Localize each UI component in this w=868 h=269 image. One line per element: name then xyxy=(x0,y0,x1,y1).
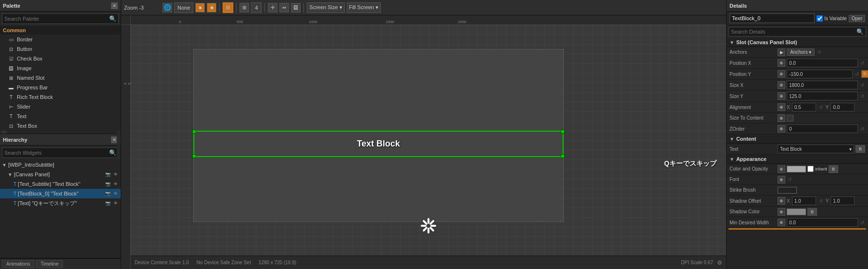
text-skip-action-btn2[interactable]: 👁 xyxy=(112,200,119,207)
font-set-btn[interactable]: ⊕ xyxy=(778,176,785,183)
shadow-offset-y-input[interactable] xyxy=(830,196,855,205)
handle-tr[interactable] xyxy=(561,130,565,134)
palette-item-progress-bar[interactable]: ▬ Progress Bar xyxy=(0,83,121,92)
open-button[interactable]: Oper xyxy=(849,15,865,22)
min-desired-width-set-btn[interactable]: ⊕ xyxy=(778,219,785,226)
shadow-offset-x-reset[interactable]: ↺ xyxy=(818,198,824,204)
zorder-set-btn[interactable]: ⊕ xyxy=(778,125,785,133)
position-y-set-btn[interactable]: ⊕ xyxy=(778,70,785,78)
strike-brush-swatch[interactable] xyxy=(778,187,797,194)
text-skip-action-btn1[interactable]: 📷 xyxy=(104,200,111,207)
color-bind-btn[interactable]: B xyxy=(829,165,838,173)
text-subtitle-action-btn2[interactable]: 👁 xyxy=(112,181,119,187)
number-button[interactable]: 4 xyxy=(251,2,262,13)
inherit-checkbox[interactable] xyxy=(807,166,814,172)
text-subtitle-action-btn1[interactable]: 📷 xyxy=(104,181,111,187)
tab-animations[interactable]: Animations xyxy=(2,260,34,268)
canvas-panel-action-btn1[interactable]: 📷 xyxy=(104,171,111,178)
palette-search-input[interactable] xyxy=(4,16,109,22)
alignment-x-input[interactable] xyxy=(792,103,816,111)
alignment-set-btn[interactable]: ⊕ xyxy=(778,103,785,111)
text-value-dropdown[interactable]: Text Block ▾ xyxy=(778,145,854,153)
slot-section-header[interactable]: ▼ Slot (Canvas Panel Slot) xyxy=(727,38,868,47)
canvas-content[interactable]: Text Block Qキーでスキップ xyxy=(131,25,726,269)
min-desired-width-reset-btn[interactable]: ↺ xyxy=(859,220,865,225)
canvas-viewport[interactable]: 0 500 1000 1500 2000 250 Text Block xyxy=(121,15,726,269)
position-x-input[interactable] xyxy=(787,59,858,67)
details-search-input[interactable] xyxy=(731,29,856,35)
position-x-reset-btn[interactable]: ↺ xyxy=(859,61,865,66)
hierarchy-item-text-skip[interactable]: T [Text] "Qキーでスキップ" 📷 👁 xyxy=(0,198,121,208)
image-icon2[interactable]: 🖼 xyxy=(291,3,301,12)
palette-close-button[interactable]: ✕ xyxy=(111,2,118,9)
fill-screen-dropdown[interactable]: Fill Screen ▾ xyxy=(347,2,381,13)
position-x-set-btn[interactable]: ⊕ xyxy=(778,59,785,67)
grid-icon[interactable]: ⊞ xyxy=(239,3,249,12)
hierarchy-item-wbp[interactable]: ▼ [WBP_IntroSubtitle] xyxy=(0,160,121,170)
anchors-reset-btn[interactable]: ↺ xyxy=(816,49,822,55)
size-y-set-btn[interactable]: ⊕ xyxy=(778,92,785,100)
hierarchy-item-text-subtitle[interactable]: T [Text_Subtitle] "Text Block" 📷 👁 xyxy=(0,179,121,189)
size-y-reset-btn[interactable]: ↺ xyxy=(859,94,865,99)
shadow-color-swatch[interactable] xyxy=(787,208,806,215)
position-y-reset-btn[interactable]: ↺ xyxy=(854,72,860,77)
palette-item-image[interactable]: 🖼 Image xyxy=(0,63,121,73)
alignment-x-reset[interactable]: ↺ xyxy=(818,105,824,110)
handle-br[interactable] xyxy=(561,154,565,158)
palette-item-named-slot[interactable]: ⊞ Named Slot xyxy=(0,73,121,83)
position-y-extra-btn[interactable]: ↻ xyxy=(861,70,868,78)
tool-orange-btn1[interactable]: ■ xyxy=(195,3,205,12)
palette-item-button[interactable]: ⊡ Button xyxy=(0,44,121,54)
text-block-selected[interactable]: Text Block xyxy=(193,131,564,157)
r-button[interactable]: R xyxy=(223,2,233,13)
size-x-reset-btn[interactable]: ↺ xyxy=(859,83,865,88)
palette-item-rich-text-block[interactable]: T Rich Text Block xyxy=(0,92,121,102)
palette-item-checkbox[interactable]: ☑ Check Box xyxy=(0,54,121,63)
none-button[interactable]: None xyxy=(174,2,193,13)
alignment-y-input[interactable] xyxy=(830,103,855,111)
color-swatch[interactable] xyxy=(787,166,806,172)
handle-bl[interactable] xyxy=(192,154,196,158)
handle-tl[interactable] xyxy=(192,130,196,134)
min-desired-width-input[interactable] xyxy=(787,218,858,227)
resize-icon[interactable]: ⇔ xyxy=(279,3,289,12)
is-variable-checkbox[interactable] xyxy=(817,15,823,22)
shadow-color-set-btn[interactable]: ⊕ xyxy=(778,208,785,216)
zorder-input[interactable] xyxy=(787,124,858,133)
content-section-header[interactable]: ▼ Content xyxy=(727,134,868,144)
color-set-btn[interactable]: ⊕ xyxy=(778,165,785,173)
zorder-reset-btn[interactable]: ↺ xyxy=(859,126,865,132)
canvas-panel-action-btn2[interactable]: 👁 xyxy=(112,171,119,178)
shadow-offset-x-input[interactable] xyxy=(792,196,816,205)
palette-item-text-box[interactable]: ⊡ Text Box xyxy=(0,121,121,131)
palette-label-rich-text-block: Rich Text Block xyxy=(17,94,53,100)
shadow-offset-set-btn[interactable]: ⊕ xyxy=(778,197,785,205)
palette-item-slider[interactable]: ⊢ Slider xyxy=(0,102,121,111)
hierarchy-item-textblock0[interactable]: T [TextBlock_0] "Text Block" 📷 👁 xyxy=(0,189,121,198)
settings-gear-icon[interactable]: ⚙ xyxy=(717,259,722,266)
size-x-set-btn[interactable]: ⊕ xyxy=(778,81,785,89)
textblock0-action-btn1[interactable]: 📷 xyxy=(104,190,111,197)
size-to-content-set-btn[interactable]: ⊕ xyxy=(778,114,785,122)
screen-size-dropdown[interactable]: Screen Size ▾ xyxy=(307,2,344,13)
anchors-dropdown[interactable]: Anchors ▾ xyxy=(787,49,815,56)
size-x-input[interactable] xyxy=(787,81,858,89)
appearance-section-header[interactable]: ▼ Appearance xyxy=(727,155,868,164)
hierarchy-item-canvas-panel[interactable]: ▼ [Canvas Panel] 📷 👁 xyxy=(0,170,121,179)
hierarchy-search-input[interactable] xyxy=(4,150,109,156)
textblock0-action-btn2[interactable]: 👁 xyxy=(112,190,119,197)
palette-item-text[interactable]: T Text xyxy=(0,111,121,121)
shadow-color-bind-btn[interactable]: B xyxy=(807,208,817,216)
text-bind-btn[interactable]: B xyxy=(855,145,865,153)
palette-item-border[interactable]: ▭ Border xyxy=(0,35,121,44)
anchors-expand-btn[interactable]: ▶ xyxy=(778,49,785,56)
font-reset-btn[interactable]: ↺ xyxy=(787,177,793,182)
tab-timeline[interactable]: Timeline xyxy=(36,260,63,268)
size-y-input[interactable] xyxy=(787,92,858,100)
widget-name-input[interactable] xyxy=(730,13,815,23)
size-to-content-checkbox[interactable] xyxy=(787,115,793,122)
tool-orange-btn2[interactable]: ■ xyxy=(207,3,216,12)
move-icon[interactable]: ✛ xyxy=(268,3,277,12)
position-y-input[interactable] xyxy=(787,70,853,78)
globe-icon[interactable]: 🌐 xyxy=(163,3,172,12)
